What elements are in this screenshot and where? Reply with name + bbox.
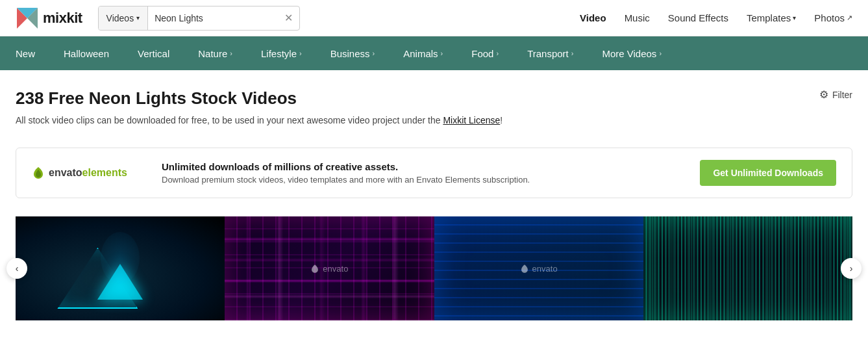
transport-chevron-icon: ›	[571, 49, 574, 57]
envato-text-block: Unlimited downloads of millions of creat…	[162, 161, 687, 185]
templates-chevron-icon: ▾	[793, 14, 796, 21]
external-link-icon: ↗	[847, 14, 852, 22]
header-nav: Video Music Sound Effects Templates ▾ Ph…	[580, 12, 852, 23]
logo-icon	[16, 6, 39, 30]
cat-animals[interactable]: Animals ›	[389, 36, 457, 70]
header: mixkit Videos ▾ ✕ Video Music Sound Effe…	[0, 0, 868, 36]
search-bar: Videos ▾ ✕	[98, 6, 301, 31]
search-type-button[interactable]: Videos ▾	[99, 6, 149, 30]
search-type-label: Videos	[106, 13, 134, 23]
cat-food[interactable]: Food ›	[457, 36, 513, 70]
video-card-2[interactable]: envato	[225, 216, 434, 320]
business-chevron-icon: ›	[373, 49, 375, 57]
title-filter-row: 238 Free Neon Lights Stock Videos All st…	[16, 88, 852, 141]
cat-transport[interactable]: Transport ›	[513, 36, 588, 70]
license-link[interactable]: Mixkit License	[443, 115, 500, 125]
title-desc-block: 238 Free Neon Lights Stock Videos All st…	[16, 88, 502, 141]
more-videos-chevron-icon: ›	[659, 49, 662, 57]
lifestyle-chevron-icon: ›	[299, 49, 302, 57]
search-input[interactable]	[148, 6, 278, 30]
carousel-next-button[interactable]: ›	[841, 258, 862, 279]
search-type-chevron-icon: ▾	[136, 14, 140, 21]
cat-lifestyle[interactable]: Lifestyle ›	[247, 36, 316, 70]
video-card-4[interactable]	[643, 216, 852, 320]
carousel-next-icon: ›	[850, 263, 853, 274]
envato-logo: envatoelements	[32, 166, 149, 179]
filter-button[interactable]: ⚙ Filter	[819, 88, 852, 101]
page-title: 238 Free Neon Lights Stock Videos	[16, 88, 502, 109]
cat-nature[interactable]: Nature ›	[184, 36, 247, 70]
carousel-prev-button[interactable]: ‹	[6, 258, 27, 279]
nav-video[interactable]: Video	[580, 12, 606, 23]
envato-headline: Unlimited downloads of millions of creat…	[162, 161, 687, 172]
video-thumbnail-3: envato	[434, 216, 643, 320]
cat-business[interactable]: Business ›	[316, 36, 390, 70]
filter-label: Filter	[832, 90, 852, 100]
search-clear-button[interactable]: ✕	[278, 12, 299, 24]
video-thumbnail-4	[643, 216, 852, 320]
cat-more-videos[interactable]: More Videos ›	[588, 36, 676, 70]
cat-halloween[interactable]: Halloween	[49, 36, 123, 70]
envato-subtext: Download premium stock videos, video tem…	[162, 175, 687, 185]
envato-leaf-icon	[32, 166, 45, 179]
filter-icon: ⚙	[819, 88, 828, 101]
logo[interactable]: mixkit	[16, 6, 82, 30]
cat-new[interactable]: New	[16, 36, 49, 70]
envato-banner: envatoelements Unlimited downloads of mi…	[16, 148, 852, 198]
envato-cta-button[interactable]: Get Unlimited Downloads	[700, 160, 836, 186]
video-grid-wrapper: ‹ envato	[16, 216, 852, 320]
video-card-3[interactable]: envato	[434, 216, 643, 320]
animals-chevron-icon: ›	[441, 49, 443, 57]
video-thumbnail-2: envato	[225, 216, 434, 320]
nav-templates[interactable]: Templates ▾	[747, 12, 796, 23]
main-content: 238 Free Neon Lights Stock Videos All st…	[0, 70, 868, 333]
envato-logo-text: envatoelements	[49, 167, 127, 179]
page-description: All stock video clips can be downloaded …	[16, 115, 502, 125]
logo-text: mixkit	[43, 10, 82, 27]
nav-sound-effects[interactable]: Sound Effects	[668, 12, 728, 23]
video-grid: envato envato	[16, 216, 852, 320]
video-thumbnail-1	[16, 216, 225, 320]
cat-vertical[interactable]: Vertical	[123, 36, 184, 70]
nav-photos[interactable]: Photos ↗	[814, 12, 852, 23]
nav-music[interactable]: Music	[625, 12, 650, 23]
carousel-prev-icon: ‹	[16, 263, 19, 274]
nature-chevron-icon: ›	[230, 49, 232, 57]
video-card-1[interactable]	[16, 216, 225, 320]
food-chevron-icon: ›	[496, 49, 499, 57]
category-nav: New Halloween Vertical Nature › Lifestyl…	[0, 36, 868, 70]
